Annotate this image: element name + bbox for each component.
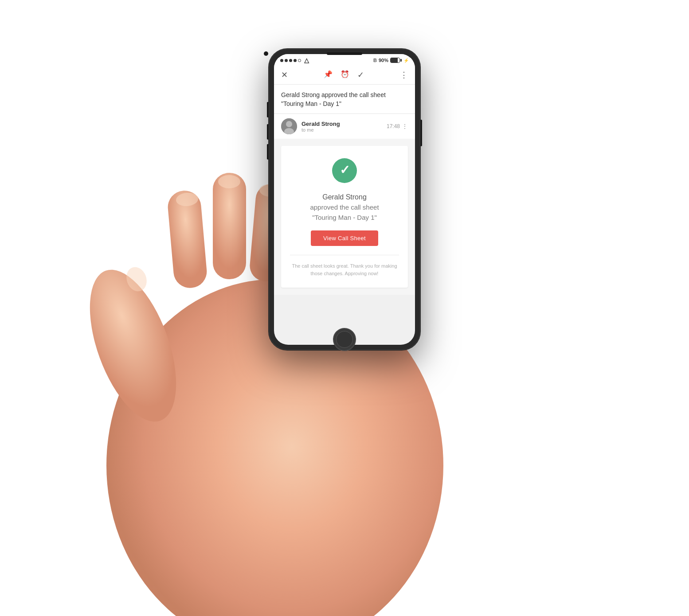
front-camera bbox=[264, 51, 268, 56]
approval-message: Gerald Strong approved the call sheet "T… bbox=[290, 192, 399, 222]
home-button[interactable] bbox=[333, 328, 356, 351]
signal-area: △ bbox=[280, 57, 309, 64]
status-bar: △ B 90% ⚡ bbox=[274, 54, 415, 66]
battery-indicator bbox=[390, 58, 402, 63]
sender-avatar bbox=[281, 118, 297, 134]
sender-time-area: 17:48 ⋮ bbox=[387, 123, 408, 130]
clock-button[interactable]: ⏰ bbox=[341, 70, 349, 80]
close-button[interactable]: ✕ bbox=[281, 70, 288, 80]
footnote-text: The call sheet looks great. Thank you fo… bbox=[290, 262, 399, 277]
charging-icon: ⚡ bbox=[403, 58, 409, 63]
approver-name-text: Gerald Strong bbox=[290, 192, 399, 203]
wifi-icon: △ bbox=[304, 57, 309, 64]
more-button[interactable]: ⋮ bbox=[400, 70, 408, 80]
svg-point-12 bbox=[286, 121, 292, 127]
speaker-grille bbox=[327, 52, 362, 55]
call-sheet-name-text: "Touring Man - Day 1" bbox=[290, 213, 399, 223]
card-divider bbox=[290, 255, 399, 255]
email-content-area: ✓ Gerald Strong approved the call sheet … bbox=[274, 139, 415, 295]
home-button-inner bbox=[336, 331, 353, 348]
view-call-sheet-button[interactable]: View Call Sheet bbox=[311, 230, 378, 246]
signal-dot-3 bbox=[289, 59, 292, 62]
svg-rect-3 bbox=[213, 173, 246, 279]
signal-dot-2 bbox=[285, 59, 288, 62]
action-line-text: approved the call sheet bbox=[290, 203, 399, 213]
avatar-image bbox=[281, 118, 297, 134]
email-subject-area: Gerald Strong approved the call sheet "T… bbox=[274, 85, 415, 114]
approval-card: ✓ Gerald Strong approved the call sheet … bbox=[281, 146, 408, 288]
battery-fill bbox=[391, 58, 398, 62]
battery-percent: 90% bbox=[379, 58, 388, 63]
signal-dot-5 bbox=[298, 59, 301, 62]
email-toolbar: ✕ 📌 ⏰ ✓ ⋮ bbox=[274, 66, 415, 85]
sender-row: Gerald Strong to me 17:48 ⋮ bbox=[274, 114, 415, 139]
battery-body bbox=[390, 58, 400, 63]
scene: △ B 90% ⚡ ✕ 📌 bbox=[0, 0, 689, 616]
sender-info: Gerald Strong to me bbox=[301, 121, 382, 133]
signal-dot-1 bbox=[280, 59, 283, 62]
checkmark-button[interactable]: ✓ bbox=[357, 70, 364, 80]
toolbar-actions: 📌 ⏰ ✓ bbox=[324, 70, 364, 80]
battery-tip bbox=[400, 59, 402, 62]
sender-more-icon[interactable]: ⋮ bbox=[402, 123, 408, 130]
check-mark-icon: ✓ bbox=[340, 164, 350, 176]
sender-time-text: 17:48 bbox=[387, 123, 400, 129]
bluetooth-icon: B bbox=[373, 58, 377, 63]
svg-point-7 bbox=[218, 175, 240, 188]
pin-button[interactable]: 📌 bbox=[324, 70, 333, 80]
approval-check-circle: ✓ bbox=[332, 158, 357, 183]
email-subject-text: Gerald Strong approved the call sheet "T… bbox=[281, 91, 408, 108]
signal-dot-4 bbox=[294, 59, 297, 62]
phone-screen: △ B 90% ⚡ ✕ 📌 bbox=[274, 54, 415, 345]
sender-name: Gerald Strong bbox=[301, 121, 382, 127]
phone-shell: △ B 90% ⚡ ✕ 📌 bbox=[269, 49, 420, 350]
signal-dots bbox=[280, 59, 301, 62]
sender-to: to me bbox=[301, 127, 382, 133]
status-right: B 90% ⚡ bbox=[373, 58, 409, 63]
